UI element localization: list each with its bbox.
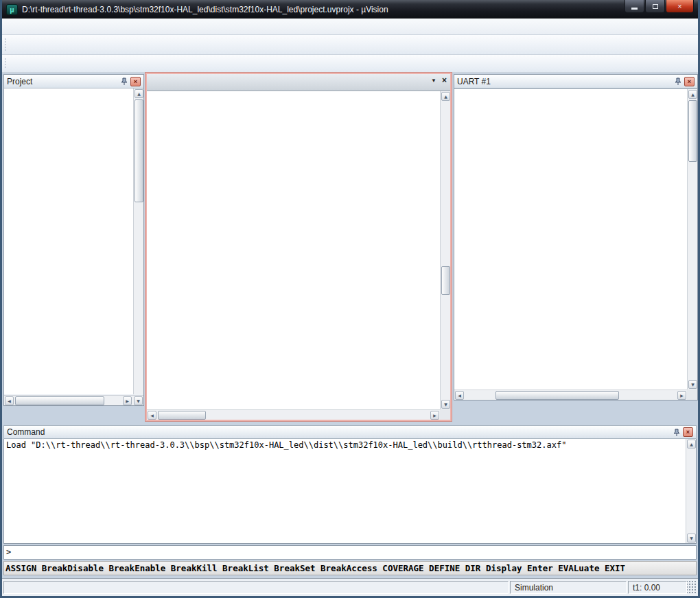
right-dock-tabs xyxy=(454,403,698,420)
scroll-down-icon[interactable]: ▼ xyxy=(688,380,697,389)
command-log-wrap: Load "D:\\rt-thread\\rt-thread-3.0.3\\bs… xyxy=(3,439,697,544)
scroll-down-icon[interactable]: ▼ xyxy=(134,396,143,405)
project-horizontal-scrollbar[interactable]: ◀ ▶ ▼ xyxy=(4,395,143,405)
uart-panel: UART #1 × ▲ ▼ ◀ ▶ xyxy=(454,74,698,400)
titlebar[interactable]: µ D:\rt-thread\rt-thread-3.0.3\bsp\stm32… xyxy=(2,0,698,19)
tab-list-dropdown-icon[interactable]: ▼ xyxy=(431,77,436,84)
status-time: t1: 0.00 xyxy=(628,581,687,594)
uart-terminal[interactable]: ▲ ▼ ◀ ▶ xyxy=(454,88,697,400)
command-panel: Command × Load "D:\\rt-thread\\rt-thread… xyxy=(2,424,698,578)
scroll-left-icon[interactable]: ◀ xyxy=(455,391,464,400)
debug-toolbar xyxy=(2,55,698,73)
window-controls: × xyxy=(624,0,694,19)
uart-vertical-scrollbar[interactable]: ▲ ▼ xyxy=(687,89,697,390)
uart-panel-title: UART #1 xyxy=(457,77,491,86)
auto-hide-pin-icon[interactable] xyxy=(673,428,681,436)
command-panel-header: Command × xyxy=(3,425,697,439)
scrollbar-thumb[interactable] xyxy=(441,266,450,295)
auto-hide-pin-icon[interactable] xyxy=(120,77,128,86)
command-log[interactable]: Load "D:\\rt-thread\\rt-thread-3.0.3\\bs… xyxy=(4,439,686,543)
command-log-line: Load "D:\\rt-thread\\rt-thread-3.0.3\\bs… xyxy=(6,440,566,450)
scroll-up-icon[interactable]: ▲ xyxy=(688,90,697,99)
uart-panel-close-button[interactable]: × xyxy=(684,77,695,86)
scroll-down-icon[interactable]: ▼ xyxy=(441,400,450,409)
scroll-down-icon[interactable]: ▼ xyxy=(687,534,696,542)
editor-tab-bar: ▼ × xyxy=(147,74,450,91)
window-title: D:\rt-thread\rt-thread-3.0.3\bsp\stm32f1… xyxy=(22,5,388,14)
code-editor[interactable]: ▲ ▼ ◀ ▶ xyxy=(147,91,450,420)
scroll-up-icon[interactable]: ▲ xyxy=(135,89,143,98)
scroll-left-icon[interactable]: ◀ xyxy=(5,396,14,405)
editor-vertical-scrollbar[interactable]: ▲ ▼ xyxy=(440,91,450,409)
scroll-right-icon[interactable]: ▶ xyxy=(677,391,686,400)
editor-horizontal-scrollbar[interactable]: ◀ ▶ xyxy=(147,409,440,420)
workspace: Project × ▲ ◀ ▶ ▼ xyxy=(2,73,698,424)
command-vertical-scrollbar[interactable]: ▲ ▼ xyxy=(686,439,696,543)
command-input[interactable]: > xyxy=(3,545,697,560)
status-message xyxy=(3,581,509,594)
code-area[interactable] xyxy=(147,91,440,409)
scroll-left-icon[interactable]: ◀ xyxy=(148,411,156,420)
scrollbar-thumb[interactable] xyxy=(158,411,206,420)
project-vertical-scrollbar[interactable]: ▲ xyxy=(133,88,143,394)
project-panel-title: Project xyxy=(7,77,32,86)
uart-horizontal-scrollbar[interactable]: ◀ ▶ xyxy=(454,390,687,400)
status-mode: Simulation xyxy=(510,581,627,594)
scrollbar-thumb[interactable] xyxy=(135,99,143,202)
scroll-up-icon[interactable]: ▲ xyxy=(687,440,696,449)
maximize-button[interactable] xyxy=(645,0,665,13)
resize-grip[interactable] xyxy=(687,581,697,594)
project-panel-header: Project × xyxy=(4,75,143,88)
uart-panel-header: UART #1 × xyxy=(454,75,697,88)
project-panel: Project × ▲ ◀ ▶ ▼ xyxy=(3,74,144,406)
maximize-icon xyxy=(653,4,658,9)
minimize-icon xyxy=(631,8,638,10)
minimize-button[interactable] xyxy=(625,0,644,13)
auto-hide-pin-icon[interactable] xyxy=(674,77,682,86)
close-document-icon[interactable]: × xyxy=(442,77,447,84)
uvision-window: µ D:\rt-thread\rt-thread-3.0.3\bsp\stm32… xyxy=(0,0,700,598)
editor-window: ▼ × ▲ ▼ ◀ ▶ xyxy=(145,73,452,421)
project-tree xyxy=(4,88,133,394)
left-dock-tabs xyxy=(3,407,144,422)
command-keywords: ASSIGN BreakDisable BreakEnable BreakKil… xyxy=(3,561,697,575)
close-button[interactable]: × xyxy=(666,0,694,13)
menubar xyxy=(2,19,698,35)
uart-output[interactable] xyxy=(454,89,687,390)
uvision-logo-icon: µ xyxy=(6,4,18,15)
scrollbar-thumb[interactable] xyxy=(15,396,104,405)
command-prompt: > xyxy=(6,547,11,557)
command-panel-title: Command xyxy=(7,427,45,437)
project-panel-close-button[interactable]: × xyxy=(130,77,141,86)
scroll-right-icon[interactable]: ▶ xyxy=(430,411,439,420)
file-toolbar xyxy=(2,35,698,55)
scrollbar-thumb[interactable] xyxy=(688,100,697,162)
scrollbar-thumb[interactable] xyxy=(495,391,619,400)
scroll-up-icon[interactable]: ▲ xyxy=(441,92,450,101)
command-panel-close-button[interactable]: × xyxy=(683,427,693,437)
project-tree-wrap: ▲ xyxy=(4,88,143,394)
scroll-right-icon[interactable]: ▶ xyxy=(123,396,132,405)
statusbar: Simulation t1: 0.00 xyxy=(2,578,698,596)
